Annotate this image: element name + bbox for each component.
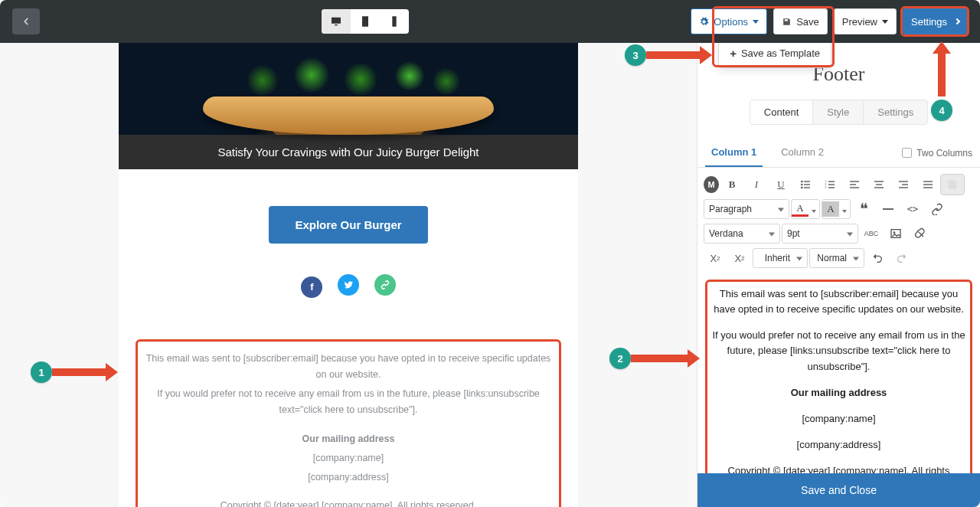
font-size-select[interactable]: 9pt	[782, 224, 858, 244]
highlight-footer-canvas: This email was sent to [subscriber:email…	[136, 339, 561, 508]
align-right-button[interactable]	[892, 175, 915, 195]
hero-image-decor	[203, 96, 494, 135]
align-left-button[interactable]	[843, 175, 866, 195]
svg-point-4	[801, 187, 803, 189]
back-button[interactable]	[12, 8, 40, 34]
font-family-select[interactable]: Verdana	[704, 224, 780, 244]
footer-p1: This email was sent to [subscriber:email…	[144, 351, 553, 384]
twitter-icon[interactable]	[338, 274, 359, 296]
footer-p2: If you would prefer not to receive any e…	[144, 386, 553, 419]
svg-rect-22	[923, 184, 933, 185]
footer-mailing-heading: Our mailing address	[144, 431, 553, 447]
device-mobile-button[interactable]	[380, 9, 409, 34]
two-columns-label: Two Columns	[916, 148, 972, 159]
options-label: Options	[714, 16, 748, 28]
redo-button[interactable]	[890, 248, 913, 268]
device-switch	[322, 9, 409, 34]
lineheight-select[interactable]: Inherit	[753, 248, 808, 268]
undo-button[interactable]	[866, 248, 889, 268]
fontweight-select[interactable]: Normal	[809, 248, 864, 268]
paragraph-select[interactable]: Paragraph	[704, 199, 789, 219]
back-arrow-icon	[21, 16, 31, 27]
clear-format-button[interactable]	[909, 224, 932, 244]
superscript-button[interactable]: X2	[728, 248, 751, 268]
svg-point-2	[801, 184, 803, 186]
background-fill-button[interactable]	[941, 175, 964, 195]
subscript-button[interactable]: X2	[704, 248, 727, 268]
footer-editor[interactable]: This email was sent to [subscriber:email…	[697, 272, 980, 473]
email-canvas[interactable]: Satisfy Your Cravings with Our Juicy Bur…	[119, 43, 578, 507]
column-1-tab[interactable]: Column 1	[705, 139, 763, 167]
align-justify-button[interactable]	[916, 175, 939, 195]
device-tablet-button[interactable]	[351, 9, 380, 34]
underline-button[interactable]: U	[769, 175, 792, 195]
desktop-icon	[330, 15, 342, 28]
svg-rect-20	[899, 187, 908, 188]
link-button[interactable]	[926, 199, 949, 219]
rich-text-toolbar: M B I U 123 Paragraph A A ❝ <>	[697, 168, 980, 272]
image-button[interactable]	[884, 224, 907, 244]
blockquote-button[interactable]: ❝	[852, 199, 875, 219]
save-button[interactable]: Save	[773, 8, 828, 34]
save-label: Save	[796, 16, 819, 28]
top-bar: Options Save Preview Settings	[0, 0, 980, 43]
footer-block[interactable]: This email was sent to [subscriber:email…	[119, 316, 578, 508]
column-2-tab[interactable]: Column 2	[775, 139, 830, 167]
preview-label: Preview	[842, 16, 877, 28]
options-button[interactable]: Options	[691, 8, 767, 34]
font-color-button[interactable]: A	[791, 199, 820, 219]
svg-rect-13	[850, 184, 856, 185]
save-as-template-label: Save as Template	[741, 47, 820, 59]
svg-rect-3	[804, 184, 810, 185]
caret-down-icon	[882, 20, 888, 24]
code-button[interactable]: <>	[901, 199, 924, 219]
chevron-right-icon	[954, 18, 960, 25]
numbered-list-button[interactable]: 123	[818, 175, 841, 195]
editor-company-address: [company:address]	[710, 437, 967, 453]
svg-rect-18	[899, 181, 908, 182]
align-center-button[interactable]	[867, 175, 890, 195]
save-as-template-item[interactable]: + Save as Template	[719, 39, 831, 67]
svg-rect-16	[876, 184, 882, 185]
svg-rect-17	[874, 187, 884, 188]
link-icon[interactable]	[374, 274, 396, 296]
device-desktop-button[interactable]	[322, 9, 351, 34]
cta-button[interactable]: Explore Our Burger	[269, 206, 427, 244]
bullets-button[interactable]	[794, 175, 817, 195]
hero-block[interactable]: Satisfy Your Cravings with Our Juicy Bur…	[119, 43, 578, 169]
editor-p1: This email was sent to [subscriber:email…	[710, 286, 967, 317]
svg-rect-12	[850, 181, 859, 182]
socials-block[interactable]: f	[119, 265, 578, 316]
horizontal-rule-button[interactable]	[877, 199, 900, 219]
footer-company-address: [company:address]	[144, 469, 553, 486]
settings-button[interactable]: Settings	[903, 8, 968, 34]
footer-copyright: Copyright © [date:year] [company:name], …	[144, 498, 553, 507]
cta-block[interactable]: Explore Our Burger	[119, 177, 578, 265]
tab-style[interactable]: Style	[813, 100, 863, 125]
facebook-icon[interactable]: f	[301, 276, 322, 298]
save-and-close-button[interactable]: Save and Close	[697, 473, 980, 507]
mailtags-button[interactable]: M	[704, 176, 719, 193]
tab-content[interactable]: Content	[750, 100, 814, 125]
editor-company-name: [company:name]	[710, 411, 967, 427]
mobile-icon	[388, 15, 400, 28]
gear-icon	[699, 17, 709, 27]
italic-button[interactable]: I	[745, 175, 768, 195]
plus-icon: +	[730, 47, 737, 60]
two-columns-toggle[interactable]: Two Columns	[902, 148, 972, 159]
canvas-area: Satisfy Your Cravings with Our Juicy Bur…	[0, 43, 697, 507]
svg-text:3: 3	[825, 185, 826, 189]
tab-settings[interactable]: Settings	[863, 100, 928, 125]
editor-p2: If you would prefer not to receive any e…	[710, 328, 967, 374]
svg-rect-11	[828, 187, 835, 188]
editor-mailing-heading: Our mailing address	[710, 385, 967, 401]
highlight-color-button[interactable]: A	[822, 199, 851, 219]
column-tabs: Column 1 Column 2 Two Columns	[697, 139, 980, 168]
small-caps-button[interactable]: ABC	[860, 224, 883, 244]
caret-down-icon	[753, 20, 759, 24]
preview-button[interactable]: Preview	[834, 8, 897, 34]
bold-button[interactable]: B	[720, 175, 743, 195]
save-icon	[782, 17, 792, 27]
settings-label: Settings	[911, 16, 947, 28]
sidebar: Footer Content Style Settings Column 1 C…	[697, 43, 980, 507]
